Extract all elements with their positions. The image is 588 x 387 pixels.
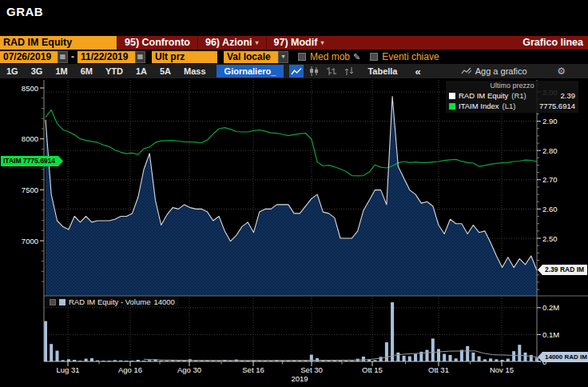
price-field-input[interactable]: Ult prz — [152, 51, 217, 63]
volume-legend-value: 14000 — [153, 297, 174, 306]
itaim-price-tag: ITAIM 7775.6914 — [1, 156, 63, 166]
rad-price-tag: 2.39 RAD IM — [538, 265, 587, 275]
calendar-icon[interactable]: ▦ — [135, 51, 145, 63]
chevron-down-icon[interactable]: ▾ — [278, 51, 288, 63]
legend-title: Ultimo prezzo — [449, 82, 575, 90]
add-to-chart-label: Agg a grafico — [475, 66, 527, 76]
chart-legend: Ultimo prezzo RAD IM Equity(R1)2.39ITAIM… — [446, 81, 578, 113]
currency-select[interactable]: Val locale — [224, 51, 278, 63]
pencil-icon[interactable]: ✎ — [353, 52, 360, 62]
bloomberg-terminal-screen: GRAB RAD IM Equity 95) Confronto96) Azio… — [0, 0, 588, 387]
range-button-1g[interactable]: 1G — [0, 66, 25, 76]
chart-area: 85008000750070003.002.902.802.702.602.50… — [0, 78, 588, 387]
volume-series-swatch — [59, 299, 66, 305]
series-swatch — [449, 93, 455, 99]
svg-text:2.70: 2.70 — [542, 175, 558, 184]
collapse-button[interactable]: « — [407, 66, 428, 78]
chevron-down-icon: ▾ — [256, 39, 259, 46]
volume-legend[interactable]: RAD IM Equity - Volume 14000 — [46, 297, 179, 307]
range-button-ytd[interactable]: YTD — [99, 66, 129, 76]
legend-checkbox-icon — [50, 299, 56, 305]
range-button-mass[interactable]: Mass — [177, 66, 213, 76]
legend-row-1[interactable]: ITAIM Index(L1)7775.6914 — [449, 101, 575, 111]
settings-toolbar: 07/26/2019 ▦ - 11/22/2019 ▦ Ult prz Val … — [0, 50, 588, 64]
key-events-label: Eventi chiave — [382, 51, 439, 62]
volume-legend-label: RAD IM Equity - Volume — [69, 297, 150, 306]
red-menu-item-1[interactable]: 96) Azioni▾ — [197, 36, 266, 50]
svg-text:Set 16: Set 16 — [242, 365, 264, 374]
gear-icon[interactable]: ⚙ — [557, 66, 566, 77]
range-button-1m[interactable]: 1M — [49, 66, 74, 76]
add-to-chart-button[interactable]: Agg a grafico — [461, 66, 527, 76]
svg-text:8000: 8000 — [22, 134, 38, 143]
calendar-icon[interactable]: ▦ — [58, 51, 68, 63]
ohlc-bars-icon[interactable] — [324, 65, 339, 78]
volume-tag: 14000 RAD IM — [538, 352, 588, 362]
svg-text:Ago 16: Ago 16 — [118, 365, 142, 374]
series-swatch — [449, 103, 455, 110]
red-menu-item-2[interactable]: 97) Modif▾ — [266, 36, 332, 50]
key-events-checkbox[interactable] — [370, 53, 378, 61]
range-button-group: 1G3G1M6MYTD1A5AMass — [0, 66, 213, 76]
svg-text:7500: 7500 — [22, 186, 38, 194]
range-button-3g[interactable]: 3G — [25, 66, 50, 76]
svg-text:Set 30: Set 30 — [300, 365, 322, 374]
function-toolbar: RAD IM Equity 95) Confronto96) Azioni▾97… — [0, 36, 588, 50]
table-button[interactable]: Tabella — [358, 66, 407, 76]
svg-text:8500: 8500 — [22, 84, 38, 93]
svg-text:2.50: 2.50 — [542, 234, 558, 243]
candlestick-icon[interactable] — [307, 65, 321, 78]
svg-text:7000: 7000 — [22, 237, 38, 245]
range-button-1a[interactable]: 1A — [129, 66, 153, 76]
svg-text:Ott 15: Ott 15 — [362, 365, 383, 374]
moving-average-checkbox[interactable] — [298, 53, 306, 61]
period-toolbar: 1G3G1M6MYTD1A5AMass Giornaliero_ Tabella… — [0, 64, 588, 78]
screen-title: Grafico linea — [522, 36, 588, 50]
security-ticker-input[interactable]: RAD IM Equity — [0, 36, 117, 50]
svg-text:Lug 31: Lug 31 — [56, 365, 79, 374]
svg-text:2.60: 2.60 — [542, 205, 558, 213]
scale-toggle-icon[interactable] — [342, 65, 356, 78]
price-volume-chart[interactable]: 85008000750070003.002.902.802.702.602.50… — [0, 78, 588, 387]
svg-text:0.1M: 0.1M — [542, 330, 559, 339]
window-title: GRAB — [6, 5, 43, 18]
svg-text:2.80: 2.80 — [542, 146, 558, 155]
red-menu-item-0[interactable]: 95) Confronto — [117, 36, 197, 50]
line-chart-icon[interactable] — [289, 65, 304, 78]
svg-text:Ago 30: Ago 30 — [177, 365, 201, 374]
date-from-input[interactable]: 07/26/2019 — [0, 51, 58, 63]
legend-row-0[interactable]: RAD IM Equity(R1)2.39 — [449, 90, 575, 101]
svg-text:2.90: 2.90 — [542, 117, 558, 126]
annotate-icon — [461, 67, 471, 75]
date-to-input[interactable]: 11/22/2019 — [77, 51, 135, 63]
svg-text:Nov 15: Nov 15 — [490, 365, 514, 374]
frequency-select[interactable]: Giornaliero_ — [217, 65, 284, 78]
range-button-6m[interactable]: 6M — [74, 66, 99, 76]
svg-text:0.2M: 0.2M — [542, 303, 559, 312]
date-range-separator: - — [71, 51, 74, 62]
moving-average-label: Med mob — [310, 51, 350, 62]
svg-text:Ott 31: Ott 31 — [428, 365, 449, 374]
range-button-5a[interactable]: 5A — [153, 66, 177, 76]
svg-text:2019: 2019 — [291, 374, 308, 383]
chevron-down-icon: ▾ — [320, 39, 324, 46]
red-menu-group: 95) Confronto96) Azioni▾97) Modif▾ — [117, 36, 331, 50]
